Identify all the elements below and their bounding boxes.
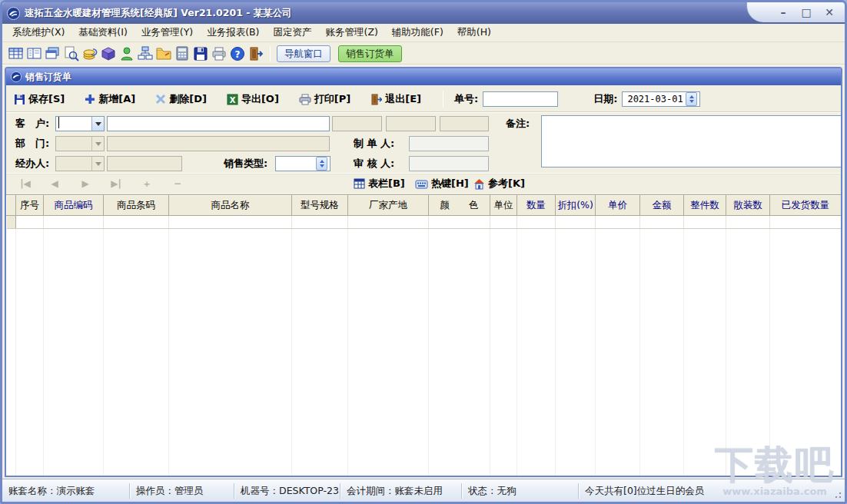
col-indicator [7,196,16,216]
add-button[interactable]: 新增[A] [85,92,135,106]
table-row[interactable] [7,216,842,229]
status-accounting-period: 会计期间：账套未启用 [340,483,462,499]
col-discount[interactable]: 折扣(%) [556,196,596,216]
col-whole-count[interactable]: 整件数 [684,196,726,216]
row-indicator-cell [7,216,16,229]
folder-settings-icon[interactable] [154,45,173,62]
exit-button[interactable]: 退出[E] [370,92,421,106]
menu-fixed-assets[interactable]: 固定资产 [267,24,319,41]
customer-code-combo[interactable] [55,116,105,131]
exit-door-icon [370,94,382,105]
remarks-textarea[interactable] [541,115,842,167]
menu-accounting[interactable]: 账务管理(Z) [319,24,385,41]
customer-name-input[interactable] [107,116,330,131]
handler-combo [55,156,105,171]
maker-label: 制 单 人: [354,136,394,151]
status-birthday-members: 今天共有[0]位过生日的会员 [579,483,845,499]
calculator-icon[interactable] [173,45,191,62]
toolbar-separator [443,91,443,108]
col-model-spec[interactable]: 型号规格 [292,196,348,216]
col-quantity[interactable]: 数量 [517,196,556,216]
col-amount[interactable]: 金额 [640,196,684,216]
sales-type-label: 销售类型: [224,156,267,171]
col-shipped-qty[interactable]: 已发货数量 [770,196,842,216]
sales-order-tab-button[interactable]: 销售订货单 [338,45,402,62]
menu-business-management[interactable]: 业务管理(Y) [135,24,200,41]
date-spinner[interactable] [686,92,697,106]
status-dongle: 状态：无狗 [462,483,579,499]
status-operator: 操作员：管理员 [130,483,234,499]
form-icon[interactable] [25,45,44,62]
auditor-input [409,156,489,171]
menu-help[interactable]: 帮助(H) [450,24,498,41]
nav-next-button[interactable]: ▶ [75,176,95,191]
col-color[interactable]: 颜 色 [429,196,490,216]
columns-button[interactable]: 表栏[B] [354,175,405,192]
exit-icon[interactable] [247,45,265,62]
main-toolbar: ? 导航窗口 销售订货单 [2,42,845,65]
col-unit[interactable]: 单位 [490,196,517,216]
grid-columns-icon [354,178,365,189]
maximize-button[interactable]: □ [799,5,814,19]
nav-insert-button[interactable]: ＋ [137,176,157,191]
order-no-input[interactable] [483,91,558,107]
panel-title: 销售订货单 [25,71,71,84]
export-button[interactable]: X 导出[O] [227,92,279,106]
chevron-down-icon [91,137,104,151]
resize-grip[interactable] [832,489,842,499]
navigation-window-button[interactable]: 导航窗口 [277,45,330,62]
col-product-name[interactable]: 商品名称 [169,196,292,216]
house-icon [473,178,485,190]
nav-last-button[interactable]: ▶| [106,176,126,191]
money-icon[interactable] [81,45,99,62]
save-button[interactable]: 保存[S] [14,92,65,106]
col-product-code[interactable]: 商品编码 [44,196,104,216]
print-button[interactable]: 打印[P] [299,92,350,106]
col-seq[interactable]: 序号 [16,196,44,216]
status-bar: 账套名称：演示账套 操作员：管理员 机器号：DESKTOP-23 会计期间：账套… [2,479,845,502]
user-icon[interactable] [118,45,136,62]
keyboard-icon [415,179,428,189]
remarks-label: 备注: [506,116,530,131]
sales-type-spinner[interactable] [316,157,327,171]
print-icon [299,94,311,105]
windows-icon[interactable] [44,45,62,62]
table-icon[interactable] [7,45,25,62]
maker-input [409,136,489,151]
reference-button[interactable]: 参考[K] [473,175,525,192]
minimize-button[interactable]: – [776,5,791,19]
date-input[interactable]: 2021-03-01 [622,91,700,107]
delete-button[interactable]: 删除[D] [155,92,207,106]
hotkeys-button[interactable]: 热键[H] [415,175,469,192]
date-label: 日期: [593,92,617,106]
search-document-icon[interactable] [62,45,81,62]
orgchart-icon[interactable] [136,45,154,62]
col-bulk-count[interactable]: 散装数 [726,196,770,216]
sales-order-panel: 销售订货单 保存[S] 新增[A] 删除[D] X 导出[O] 打印[P] [5,67,842,477]
customer-extra-field-1 [332,116,382,131]
nav-first-button[interactable]: |◀ [15,176,35,191]
menu-business-reports[interactable]: 业务报表(B) [200,24,266,41]
col-barcode[interactable]: 商品条码 [104,196,169,216]
sales-type-select[interactable] [275,156,330,171]
customer-extra-field-2 [386,116,436,131]
svg-text:?: ? [235,49,241,60]
menu-system-maintenance[interactable]: 系统维护(X) [5,24,71,41]
chevron-down-icon[interactable] [91,117,104,131]
panel-logo-icon [11,71,22,82]
printer-icon[interactable] [210,45,228,62]
menu-auxiliary[interactable]: 辅助功能(F) [385,24,450,41]
col-manufacturer[interactable]: 厂家产地 [348,196,429,216]
cube-icon[interactable] [99,45,118,62]
order-no-label: 单号: [454,92,478,106]
help-icon[interactable]: ? [228,45,247,62]
close-button[interactable]: ✕ [822,5,837,19]
department-name-input [107,136,330,151]
order-header-form: 客 户: 部 门: 经办人: 销售类型: 制 单 人: 审 核 人: 备注: [6,113,841,173]
save-icon[interactable] [191,45,210,62]
col-unit-price[interactable]: 单价 [596,196,640,216]
nav-delete-button[interactable]: − [168,176,188,191]
handler-name-input [107,156,182,171]
menu-base-data[interactable]: 基础资料(I) [71,24,134,41]
nav-prev-button[interactable]: ◀ [45,176,65,191]
